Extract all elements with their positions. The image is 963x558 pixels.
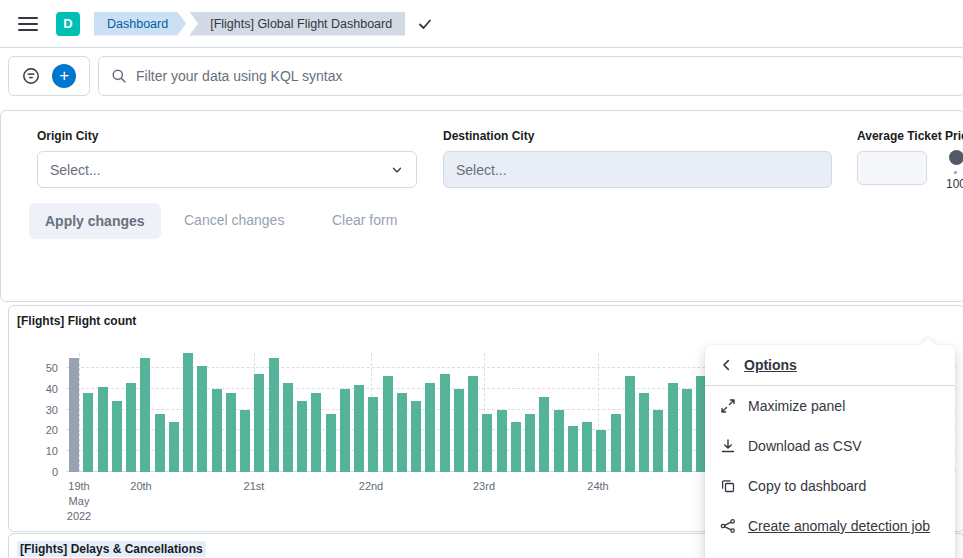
flight-count-bar[interactable] [668,383,678,472]
flight-count-bar[interactable] [354,385,364,472]
flight-count-bar[interactable] [454,389,464,472]
apply-changes-button[interactable]: Apply changes [29,203,161,239]
flight-count-bar[interactable] [539,397,549,472]
flight-count-bar[interactable] [340,389,350,472]
destination-city-placeholder: Select... [456,162,507,178]
flight-count-bar[interactable] [254,374,264,472]
flight-count-bar[interactable] [568,426,578,472]
flight-count-bar[interactable] [368,397,378,472]
flight-count-bar[interactable] [525,414,535,472]
top-navigation-bar: D Dashboard [Flights] Global Flight Dash… [0,0,963,48]
flight-count-bar[interactable] [397,393,407,472]
flight-count-bar[interactable] [69,358,79,472]
download-icon [720,438,736,454]
delays-panel-title: [Flights] Delays & Cancellations [17,542,206,556]
average-ticket-price-input[interactable] [857,151,927,185]
destination-city-select[interactable]: Select... [443,151,832,188]
flight-count-bar[interactable] [155,414,165,472]
options-menu-header[interactable]: Options [705,345,955,386]
flight-count-bar[interactable] [140,358,150,472]
flight-count-bar[interactable] [311,393,321,472]
y-axis-label: 20 [46,424,58,436]
menu-item-maximize-panel[interactable]: Maximize panel [705,386,955,426]
filter-button-group: + [8,56,90,96]
destination-city-label: Destination City [443,129,534,143]
flight-count-bar[interactable] [169,422,179,472]
price-range-tick [954,171,957,174]
flight-count-bar[interactable] [611,414,621,472]
flight-count-bar[interactable] [98,387,108,472]
origin-city-select[interactable]: Select... [37,151,417,188]
flight-count-bar[interactable] [653,410,663,472]
flight-count-bar[interactable] [197,366,207,472]
breadcrumb-current-dashboard[interactable]: [Flights] Global Flight Dashboard [189,12,405,36]
flight-count-bar[interactable] [596,430,606,472]
breadcrumb: Dashboard [Flights] Global Flight Dashbo… [94,12,405,36]
flight-count-bar[interactable] [226,393,236,472]
flight-count-bar[interactable] [511,422,521,472]
x-axis-label: 21st [244,479,265,494]
menu-item-label: Download as CSV [748,438,862,454]
kql-search-bar [98,56,963,96]
flight-count-bar[interactable] [625,376,635,472]
origin-city-label: Origin City [37,129,98,143]
y-axis-label: 0 [52,466,58,478]
x-axis-label: 22nd [359,479,383,494]
x-axis-label: 23rd [473,479,495,494]
flight-count-bar[interactable] [497,410,507,472]
price-range-min-value: 100 [946,177,963,191]
menu-item-download-csv[interactable]: Download as CSV [705,426,955,466]
menu-item-create-anomaly-detection-job[interactable]: Create anomaly detection job [705,506,955,546]
chevron-left-icon [720,358,734,372]
kql-search-input[interactable] [136,68,963,84]
clear-form-button[interactable]: Clear form [332,212,397,228]
maximize-icon [720,398,736,414]
flight-count-bar[interactable] [326,414,336,472]
flight-count-bar[interactable] [468,376,478,472]
query-bar: + [8,56,963,96]
flight-count-bar[interactable] [482,414,492,472]
gridline [79,353,80,472]
flight-count-bar[interactable] [425,383,435,472]
flight-count-bar[interactable] [126,383,136,472]
flight-count-bar[interactable] [554,410,564,472]
flight-count-bar[interactable] [83,393,93,472]
price-range-slider-handle[interactable] [949,150,963,165]
kibana-dashboard-page: D Dashboard [Flights] Global Flight Dash… [0,0,963,558]
add-filter-icon[interactable]: + [52,64,76,88]
deployment-logo[interactable]: D [56,12,80,36]
origin-city-placeholder: Select... [50,162,101,178]
check-icon[interactable] [417,16,433,32]
y-axis-label: 30 [46,404,58,416]
flight-count-bar[interactable] [383,376,393,472]
flight-count-bar[interactable] [240,410,250,472]
x-axis-label: 20th [130,479,151,494]
saved-query-filter-icon[interactable] [22,67,40,85]
dashboard-controls-panel: Origin City Select... Destination City S… [0,110,963,302]
panel-options-menu: Options Maximize panel Download as CSV C… [705,345,955,558]
flight-count-bar[interactable] [183,353,193,472]
flight-count-bar[interactable] [639,393,649,472]
flight-count-bar[interactable] [582,422,592,472]
options-menu-title: Options [744,357,797,373]
breadcrumb-dashboard[interactable]: Dashboard [94,12,186,36]
menu-icon[interactable] [18,17,38,31]
search-icon [111,68,127,84]
flight-count-bar[interactable] [682,389,692,472]
ml-icon [720,518,736,534]
flight-count-bar[interactable] [440,374,450,472]
x-axis-label: 19thMay2022 [67,479,91,524]
cancel-changes-button[interactable]: Cancel changes [184,212,284,228]
flight-count-bar[interactable] [283,383,293,472]
y-axis-label: 10 [46,445,58,457]
menu-item-label: Maximize panel [748,398,845,414]
x-axis-label: 24th [587,479,608,494]
flight-count-bar[interactable] [269,358,279,472]
average-ticket-price-label: Average Ticket Price [857,129,963,143]
y-axis-label: 50 [46,362,58,374]
menu-item-copy-to-dashboard[interactable]: Copy to dashboard [705,466,955,506]
flight-count-bar[interactable] [411,401,421,472]
flight-count-bar[interactable] [212,389,222,472]
flight-count-bar[interactable] [297,401,307,472]
flight-count-bar[interactable] [112,401,122,472]
